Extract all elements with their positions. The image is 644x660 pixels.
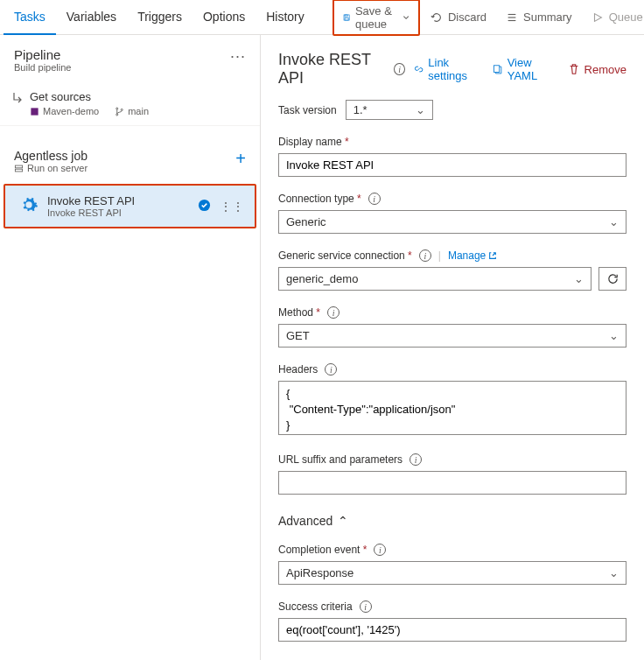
info-icon[interactable]: i [394, 63, 405, 75]
connection-type-select[interactable]: Generic ⌄ [278, 210, 626, 234]
summary-button[interactable]: Summary [497, 7, 581, 27]
completion-event-select[interactable]: ApiResponse ⌄ [278, 561, 626, 585]
refresh-icon [606, 272, 620, 285]
job-title: Agentless job [14, 149, 88, 163]
svg-rect-1 [345, 14, 347, 16]
chevron-down-icon: ⌄ [574, 272, 584, 285]
url-suffix-label: URL suffix and parameters [278, 453, 402, 466]
trash-icon [568, 63, 580, 75]
job-subtitle: Run on server [27, 163, 88, 173]
pipeline-subtitle: Build pipeline [14, 62, 71, 73]
save-icon [343, 11, 350, 24]
svg-point-8 [116, 113, 118, 115]
save-queue-label: Save & queue [355, 4, 397, 31]
gear-icon [19, 195, 38, 217]
queue-button[interactable]: Queue [583, 7, 644, 27]
toolbar: Save & queue Discard Summary Queue ··· [332, 0, 644, 36]
repo-icon [30, 107, 39, 116]
svg-rect-11 [15, 169, 22, 172]
info-icon[interactable]: i [327, 306, 340, 319]
info-icon[interactable]: i [419, 249, 431, 262]
advanced-section-toggle[interactable]: Advanced ⌃ [278, 514, 626, 528]
arrow-down-right-icon [12, 92, 23, 107]
display-name-label: Display name [278, 136, 349, 148]
info-icon[interactable]: i [368, 193, 381, 205]
task-version-label: Task version [278, 104, 337, 116]
panel-title: Invoke REST API [278, 51, 385, 88]
chevron-up-icon: ⌃ [338, 514, 348, 528]
success-criteria-input[interactable] [278, 618, 626, 642]
display-name-input[interactable] [278, 153, 626, 177]
get-sources-title: Get sources [30, 90, 149, 103]
info-icon[interactable]: i [360, 600, 372, 613]
remove-button[interactable]: Remove [568, 56, 626, 82]
discard-label: Discard [448, 11, 486, 24]
task-invoke-rest-api[interactable]: Invoke REST API Invoke REST API ⋮⋮ [4, 184, 256, 228]
discard-button[interactable]: Discard [422, 7, 495, 27]
completion-event-label: Completion event [278, 544, 367, 556]
save-queue-button[interactable]: Save & queue [332, 0, 420, 36]
tab-tasks[interactable]: Tasks [4, 0, 56, 35]
view-yaml-button[interactable]: View YAML [493, 56, 553, 82]
svg-rect-10 [15, 165, 22, 168]
service-connection-select[interactable]: generic_demo ⌄ [278, 267, 592, 291]
tab-options[interactable]: Options [192, 0, 256, 35]
drag-handle-icon[interactable]: ⋮⋮ [220, 200, 244, 214]
task-title: Invoke REST API [47, 194, 189, 207]
tab-variables[interactable]: Variables [56, 0, 127, 35]
task-subtitle: Invoke REST API [47, 207, 189, 218]
link-settings-button[interactable]: Link settings [414, 56, 479, 82]
connection-type-label: Connection type [278, 193, 361, 205]
manage-link[interactable]: Manage [448, 249, 497, 262]
left-pane: Pipeline Build pipeline ··· Get sources … [0, 35, 261, 660]
info-icon[interactable]: i [374, 544, 386, 556]
svg-rect-13 [494, 66, 500, 73]
top-tabs: Tasks Variables Triggers Options History… [0, 0, 644, 35]
svg-point-7 [116, 108, 118, 109]
headers-label: Headers [278, 363, 318, 376]
task-details-panel: Invoke REST API i Link settings View YAM… [261, 35, 644, 660]
repo-name: Maven-demo [30, 106, 99, 116]
success-criteria-label: Success criteria [278, 600, 353, 613]
info-icon[interactable]: i [325, 363, 337, 376]
branch-icon [115, 107, 124, 116]
method-select[interactable]: GET ⌄ [278, 324, 626, 348]
chevron-down-icon: ⌄ [416, 103, 425, 116]
tab-history[interactable]: History [256, 0, 315, 35]
branch-name: main [115, 106, 149, 116]
svg-rect-2 [345, 18, 348, 20]
chevron-down-icon: ⌄ [609, 215, 619, 228]
play-icon [592, 11, 604, 24]
undo-icon [430, 11, 443, 24]
refresh-button[interactable] [598, 267, 626, 291]
link-icon [414, 63, 424, 75]
check-circle-icon [198, 199, 211, 214]
external-link-icon [488, 251, 497, 260]
yaml-icon [493, 63, 502, 75]
queue-label: Queue [609, 11, 643, 24]
task-version-select[interactable]: 1.* ⌄ [346, 100, 433, 120]
pipeline-header[interactable]: Pipeline Build pipeline ··· [0, 35, 260, 81]
pipeline-title: Pipeline [14, 47, 71, 62]
headers-textarea[interactable]: { "Content-Type":"application/json" } [278, 381, 626, 435]
get-sources-row[interactable]: Get sources Maven-demo main [0, 81, 260, 126]
chevron-down-icon: ⌄ [609, 566, 619, 579]
pipeline-more-icon[interactable]: ··· [230, 47, 246, 66]
svg-point-9 [121, 109, 122, 110]
method-label: Method [278, 306, 320, 319]
add-task-icon[interactable]: + [235, 149, 246, 169]
summary-label: Summary [523, 11, 572, 24]
server-icon [14, 164, 24, 173]
agentless-job-header[interactable]: Agentless job Run on server + [0, 138, 260, 182]
url-suffix-input[interactable] [278, 471, 626, 495]
summary-icon [506, 11, 518, 24]
svg-rect-6 [31, 108, 38, 115]
tab-triggers[interactable]: Triggers [127, 0, 192, 35]
service-connection-label: Generic service connection [278, 249, 412, 262]
info-icon[interactable]: i [410, 453, 422, 466]
chevron-down-icon: ⌄ [609, 329, 619, 342]
chevron-down-icon [402, 11, 410, 24]
